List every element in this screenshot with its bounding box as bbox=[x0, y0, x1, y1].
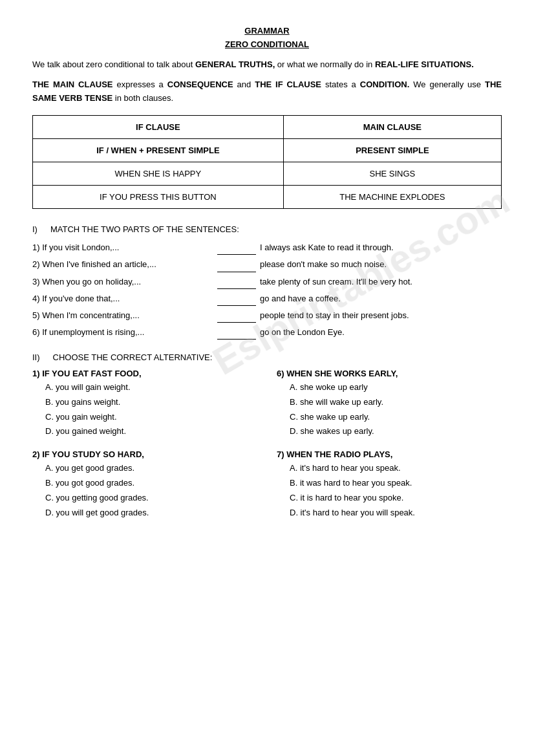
subtitle: ZERO CONDITIONAL bbox=[32, 39, 502, 49]
match-item-2: 3) When you go on holiday,... take plent… bbox=[32, 275, 502, 289]
q7-label: 7) WHEN THE RADIO PLAYS, bbox=[277, 449, 502, 459]
q2-opt-b: B. you got good grades. bbox=[45, 477, 257, 490]
q6-question: WHEN SHE WORKS EARLY, bbox=[286, 369, 398, 378]
match-line-4 bbox=[217, 308, 256, 323]
choose-row-2: 2) IF YOU STUDY SO HARD, A. you get good… bbox=[32, 449, 502, 521]
q2-opt-d: D. you will get good grades. bbox=[45, 506, 257, 520]
q6-opt-b: B. she will wake up early. bbox=[290, 396, 502, 409]
intro-bold1: GENERAL TRUTHS, bbox=[195, 59, 275, 69]
q6-opt-c: C. she wake up early. bbox=[290, 411, 502, 424]
clause-text1: expresses a bbox=[113, 80, 167, 89]
q2-opt-a: A. you get good grades. bbox=[45, 462, 257, 475]
match-item-4: 5) When I'm concentrating,... people ten… bbox=[32, 308, 502, 323]
q2-label: 2) IF YOU STUDY SO HARD, bbox=[32, 449, 257, 459]
q2-opt-c: C. you getting good grades. bbox=[45, 491, 257, 505]
exercise-2-label: II) bbox=[32, 352, 40, 362]
q7-num: 7 bbox=[277, 449, 281, 459]
page-title: GRAMMAR bbox=[32, 26, 502, 36]
q7-opt-b: B. it was hard to hear you speak. bbox=[290, 477, 502, 490]
q2-question: IF YOU STUDY SO HARD, bbox=[42, 449, 144, 459]
clause-bold2: CONSEQUENCE bbox=[167, 80, 233, 89]
q1-opt-b: B. you gains weight. bbox=[45, 396, 257, 409]
q1-opt-c: C. you gain weight. bbox=[45, 411, 257, 424]
intro-text1: We talk about zero conditional to talk a… bbox=[32, 59, 195, 69]
exercises-section: I) MATCH THE TWO PARTS OF THE SENTENCES:… bbox=[32, 224, 502, 521]
table-header-right: MAIN CLAUSE bbox=[283, 116, 501, 139]
match-left-1: 2) When I've finished an article,... bbox=[32, 257, 213, 272]
table-cell-left-0: WHEN SHE IS HAPPY bbox=[33, 162, 284, 186]
match-line-0 bbox=[217, 241, 256, 255]
intro-paragraph: We talk about zero conditional to talk a… bbox=[32, 58, 502, 72]
match-item-3: 4) If you've done that,... go and have a… bbox=[32, 292, 502, 306]
q1-num: 1 bbox=[32, 369, 37, 378]
q7-question: WHEN THE RADIO PLAYS, bbox=[286, 449, 392, 459]
exercise-1: I) MATCH THE TWO PARTS OF THE SENTENCES:… bbox=[32, 224, 502, 340]
match-line-5 bbox=[217, 325, 256, 340]
clause-text2: and bbox=[233, 80, 255, 89]
q1-opt-d: D. you gained weight. bbox=[45, 425, 257, 438]
choose-col-q1: 1) IF YOU EAT FAST FOOD, A. you will gai… bbox=[32, 369, 257, 440]
clause-text3: states a bbox=[321, 80, 360, 89]
q1-label: 1) IF YOU EAT FAST FOOD, bbox=[32, 369, 257, 378]
q1-opt-a: A. you will gain weight. bbox=[45, 381, 257, 394]
match-line-3 bbox=[217, 292, 256, 306]
match-left-2: 3) When you go on holiday,... bbox=[32, 275, 213, 289]
q2-num: 2 bbox=[32, 449, 37, 459]
choose-row-1: 1) IF YOU EAT FAST FOOD, A. you will gai… bbox=[32, 369, 502, 440]
q6-label: 6) WHEN SHE WORKS EARLY, bbox=[277, 369, 502, 378]
match-item-5: 6) If unemployment is rising,... go on t… bbox=[32, 325, 502, 340]
clause-bold3: THE IF CLAUSE bbox=[255, 80, 321, 89]
q1-question: IF YOU EAT FAST FOOD, bbox=[42, 369, 141, 378]
grammar-table: IF CLAUSE MAIN CLAUSE IF / WHEN + PRESEN… bbox=[32, 115, 502, 209]
match-item-0: 1) If you visit London,... I always ask … bbox=[32, 241, 502, 255]
match-left-3: 4) If you've done that,... bbox=[32, 292, 213, 306]
exercise-2-header: II) CHOOSE THE CORRECT ALTERNATIVE: bbox=[32, 352, 502, 362]
table-cell-right-0: SHE SINGS bbox=[283, 162, 501, 186]
q7-opt-a: A. it's hard to hear you speak. bbox=[290, 462, 502, 475]
choose-col-q6: 6) WHEN SHE WORKS EARLY, A. she woke up … bbox=[277, 369, 502, 440]
exercise-2-title: CHOOSE THE CORRECT ALTERNATIVE: bbox=[53, 352, 213, 362]
q6-opt-d: D. she wakes up early. bbox=[290, 425, 502, 438]
clause-bold4: CONDITION. bbox=[360, 80, 410, 89]
table-row: WHEN SHE IS HAPPY SHE SINGS bbox=[33, 162, 502, 186]
exercise-1-header: I) MATCH THE TWO PARTS OF THE SENTENCES: bbox=[32, 224, 502, 234]
exercise-2: II) CHOOSE THE CORRECT ALTERNATIVE: 1) I… bbox=[32, 352, 502, 521]
table-cell-right-1: THE MACHINE EXPLODES bbox=[283, 186, 501, 209]
match-left-0: 1) If you visit London,... bbox=[32, 241, 213, 255]
intro-text2: or what we normally do in bbox=[275, 59, 375, 69]
match-right-2: take plenty of sun cream. It'll be very … bbox=[260, 275, 502, 289]
match-item-1: 2) When I've finished an article,... ple… bbox=[32, 257, 502, 272]
match-right-1: please don't make so much noise. bbox=[260, 257, 502, 272]
table-subheader-left: IF / WHEN + PRESENT SIMPLE bbox=[33, 139, 284, 162]
clause-text5: in both clauses. bbox=[112, 93, 173, 103]
table-header-left: IF CLAUSE bbox=[33, 116, 284, 139]
q7-opt-d: D. it's hard to hear you will speak. bbox=[290, 506, 502, 520]
q7-opt-c: C. it is hard to hear you spoke. bbox=[290, 491, 502, 505]
table-subheader-row: IF / WHEN + PRESENT SIMPLE PRESENT SIMPL… bbox=[33, 139, 502, 162]
q6-opt-a: A. she woke up early bbox=[290, 381, 502, 394]
match-left-5: 6) If unemployment is rising,... bbox=[32, 325, 213, 340]
clause-paragraph: THE MAIN CLAUSE expresses a CONSEQUENCE … bbox=[32, 78, 502, 105]
clause-text4: We generally use bbox=[409, 80, 485, 89]
table-row: IF YOU PRESS THIS BUTTON THE MACHINE EXP… bbox=[33, 186, 502, 209]
choose-col-q7: 7) WHEN THE RADIO PLAYS, A. it's hard to… bbox=[277, 449, 502, 521]
match-left-4: 5) When I'm concentrating,... bbox=[32, 308, 213, 323]
match-line-1 bbox=[217, 257, 256, 272]
intro-bold2: REAL-LIFE SITUATIONS. bbox=[375, 59, 474, 69]
match-right-4: people tend to stay in their present job… bbox=[260, 308, 502, 323]
match-right-0: I always ask Kate to read it through. bbox=[260, 241, 502, 255]
choose-col-q2: 2) IF YOU STUDY SO HARD, A. you get good… bbox=[32, 449, 257, 521]
table-cell-left-1: IF YOU PRESS THIS BUTTON bbox=[33, 186, 284, 209]
match-line-2 bbox=[217, 275, 256, 289]
match-right-3: go and have a coffee. bbox=[260, 292, 502, 306]
table-subheader-right: PRESENT SIMPLE bbox=[283, 139, 501, 162]
q6-num: 6 bbox=[277, 369, 281, 378]
exercise-1-title: MATCH THE TWO PARTS OF THE SENTENCES: bbox=[50, 224, 239, 234]
exercise-1-label: I) bbox=[32, 224, 37, 234]
clause-bold1: THE MAIN CLAUSE bbox=[32, 80, 113, 89]
match-right-5: go on the London Eye. bbox=[260, 325, 502, 340]
